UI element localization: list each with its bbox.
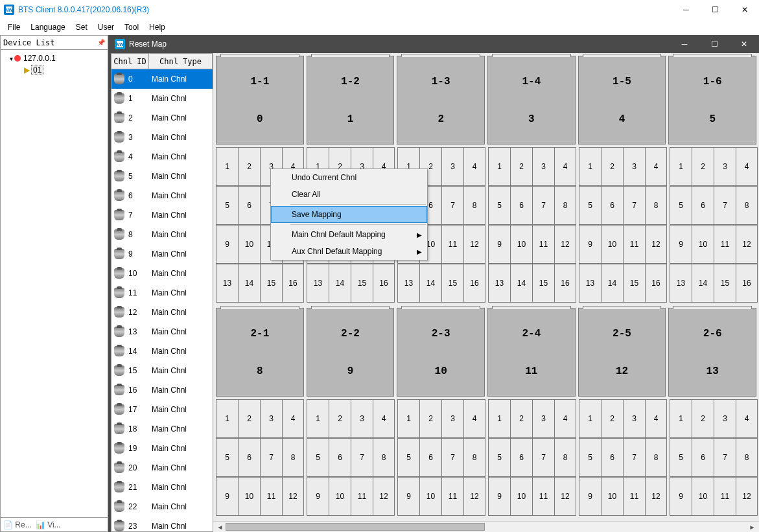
map-cell[interactable]: 5: [488, 438, 510, 477]
device-tree[interactable]: ▾ 127.0.0.1 ▶ 01: [1, 50, 108, 78]
map-cell[interactable]: 2: [238, 399, 260, 438]
channel-row[interactable]: 12Main Chnl: [111, 303, 213, 322]
map-cell[interactable]: 8: [736, 438, 758, 477]
channel-row[interactable]: 5Main Chnl: [111, 167, 213, 186]
map-cell[interactable]: 11: [623, 225, 645, 264]
map-cell[interactable]: 4: [373, 399, 395, 438]
map-cell[interactable]: 15: [623, 264, 645, 303]
map-cell[interactable]: 11: [714, 477, 736, 516]
map-cell[interactable]: 12: [736, 477, 758, 516]
map-cell[interactable]: 8: [554, 438, 576, 477]
map-cell[interactable]: 15: [714, 264, 736, 303]
channel-group-box[interactable]: 2-29: [307, 308, 395, 397]
map-cell[interactable]: 1: [670, 399, 692, 438]
map-cell[interactable]: 8: [282, 438, 304, 477]
map-cell[interactable]: 14: [419, 264, 441, 303]
map-cell[interactable]: 2: [419, 399, 441, 438]
map-cell[interactable]: 11: [260, 477, 282, 516]
map-cell[interactable]: 12: [554, 225, 576, 264]
map-cell[interactable]: 7: [441, 438, 463, 477]
menu-file[interactable]: File: [3, 20, 25, 34]
channel-group-box[interactable]: 1-54: [578, 56, 666, 145]
channel-group-box[interactable]: 2-512: [578, 308, 666, 397]
map-cell[interactable]: 10: [601, 225, 623, 264]
map-cell[interactable]: 2: [601, 399, 623, 438]
channel-row[interactable]: 21Main Chnl: [111, 478, 213, 497]
map-cell[interactable]: 11: [441, 225, 463, 264]
map-cell[interactable]: 5: [216, 438, 238, 477]
map-cell[interactable]: 7: [714, 186, 736, 225]
tree-node-ip[interactable]: ▾ 127.0.0.1: [2, 52, 106, 64]
map-cell[interactable]: 10: [238, 225, 260, 264]
context-menu-item[interactable]: Aux Chnl Default Mapping▶: [271, 243, 427, 260]
map-cell[interactable]: 12: [463, 477, 485, 516]
map-cell[interactable]: 15: [260, 264, 282, 303]
map-cell[interactable]: 10: [692, 477, 714, 516]
inner-minimize-button[interactable]: ─: [670, 35, 699, 53]
map-cell[interactable]: 9: [488, 225, 510, 264]
map-cell[interactable]: 6: [692, 438, 714, 477]
main-minimize-button[interactable]: ─: [671, 0, 701, 19]
channel-row[interactable]: 4Main Chnl: [111, 147, 213, 167]
map-cell[interactable]: 16: [463, 264, 485, 303]
map-cell[interactable]: 15: [532, 264, 554, 303]
map-cell[interactable]: 14: [329, 264, 351, 303]
map-area[interactable]: 1-101-211-321-431-541-651234123412341234…: [213, 53, 759, 532]
channel-group-box[interactable]: 1-32: [397, 56, 485, 145]
map-cell[interactable]: 3: [714, 399, 736, 438]
map-cell[interactable]: 9: [670, 477, 692, 516]
map-cell[interactable]: 7: [623, 438, 645, 477]
map-cell[interactable]: 9: [579, 477, 601, 516]
map-cell[interactable]: 7: [260, 438, 282, 477]
map-cell[interactable]: 5: [488, 186, 510, 225]
map-cell[interactable]: 10: [601, 477, 623, 516]
context-menu-item[interactable]: Save Mapping: [271, 206, 427, 223]
map-cell[interactable]: 5: [670, 438, 692, 477]
scroll-thumb[interactable]: [226, 523, 485, 531]
map-cell[interactable]: 1: [488, 147, 510, 186]
map-cell[interactable]: 3: [441, 399, 463, 438]
channel-list-body[interactable]: 0Main Chnl1Main Chnl2Main Chnl3Main Chnl…: [111, 69, 213, 531]
map-cell[interactable]: 10: [329, 477, 351, 516]
menu-user[interactable]: User: [93, 20, 119, 34]
map-cell[interactable]: 3: [623, 147, 645, 186]
map-cell[interactable]: 2: [238, 147, 260, 186]
map-cell[interactable]: 5: [307, 438, 329, 477]
map-cell[interactable]: 1: [579, 147, 601, 186]
map-cell[interactable]: 10: [238, 477, 260, 516]
map-cell[interactable]: 7: [351, 438, 373, 477]
map-cell[interactable]: 2: [692, 147, 714, 186]
channel-group-box[interactable]: 1-21: [307, 56, 395, 145]
map-cell[interactable]: 13: [216, 264, 238, 303]
channel-row[interactable]: 19Main Chnl: [111, 439, 213, 458]
map-cell[interactable]: 7: [532, 438, 554, 477]
channel-group-box[interactable]: 1-43: [487, 56, 576, 145]
map-cell[interactable]: 8: [463, 438, 485, 477]
map-cell[interactable]: 14: [601, 264, 623, 303]
map-cell[interactable]: 8: [463, 186, 485, 225]
inner-maximize-button[interactable]: ☐: [699, 35, 729, 53]
map-cell[interactable]: 1: [216, 147, 238, 186]
map-cell[interactable]: 10: [419, 477, 441, 516]
map-cell[interactable]: 8: [554, 186, 576, 225]
map-cell[interactable]: 11: [532, 225, 554, 264]
map-cell[interactable]: 6: [692, 186, 714, 225]
channel-row[interactable]: 0Main Chnl: [111, 69, 213, 89]
tree-expand-icon[interactable]: ▾: [10, 55, 13, 62]
map-cell[interactable]: 16: [373, 264, 395, 303]
pin-icon[interactable]: 📌: [97, 39, 105, 46]
map-cell[interactable]: 1: [579, 399, 601, 438]
map-cell[interactable]: 9: [216, 225, 238, 264]
map-cell[interactable]: 1: [670, 147, 692, 186]
menu-help[interactable]: Help: [144, 20, 170, 34]
map-cell[interactable]: 10: [510, 225, 532, 264]
inner-close-button[interactable]: ✕: [729, 35, 759, 53]
menu-language[interactable]: Language: [25, 20, 70, 34]
map-cell[interactable]: 7: [441, 186, 463, 225]
scroll-right-icon[interactable]: ►: [747, 522, 758, 532]
map-cell[interactable]: 16: [736, 264, 758, 303]
tree-node-child[interactable]: ▶ 01: [2, 64, 106, 76]
map-cell[interactable]: 3: [351, 399, 373, 438]
map-cell[interactable]: 12: [554, 477, 576, 516]
channel-row[interactable]: 1Main Chnl: [111, 89, 213, 108]
